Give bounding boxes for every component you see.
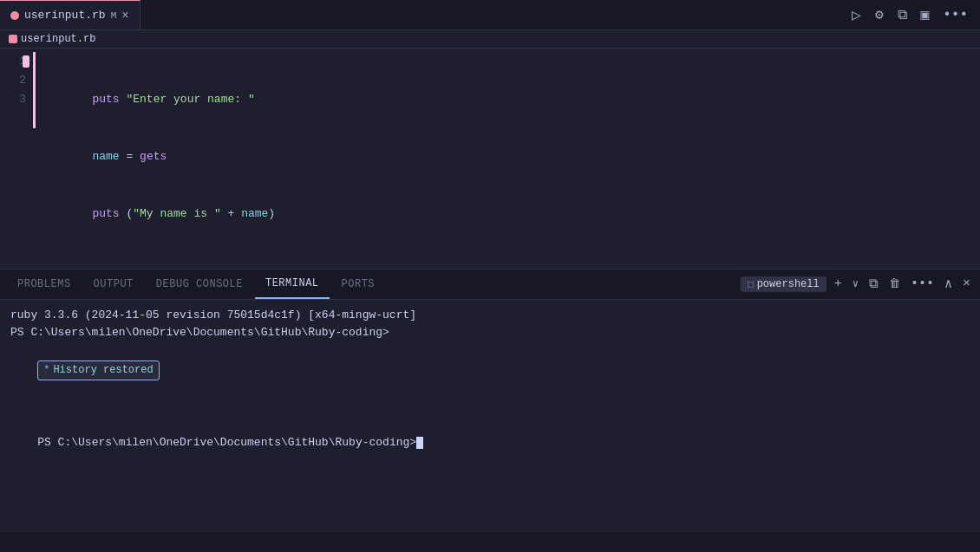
tab-userinput[interactable]: userinput.rb M × — [0, 0, 140, 29]
tab-label: userinput.rb — [24, 9, 106, 22]
tab-problems[interactable]: PROBLEMS — [7, 270, 82, 299]
code-line-1: puts "Enter your name: " — [38, 52, 980, 128]
editor-toolbar: ▷ ⚙ ⧉ ▣ ••• — [848, 3, 980, 26]
powershell-square-icon: ⬚ — [748, 278, 754, 289]
powershell-label: powershell — [757, 278, 820, 290]
editor-content[interactable]: 1 2 3 puts "Enter your name: " name = ge… — [0, 49, 980, 269]
history-text: History restored — [53, 362, 153, 379]
file-icon — [10, 11, 19, 20]
code-line-3: puts ("My name is " + name) — [38, 185, 980, 243]
panel-tab-list: PROBLEMS OUTPUT DEBUG CONSOLE TERMINAL P… — [0, 270, 385, 299]
tab-bar: userinput.rb M × ▷ ⚙ ⧉ ▣ ••• — [0, 0, 980, 30]
powershell-badge: ⬚ powershell — [741, 276, 826, 292]
tab-close-button[interactable]: × — [121, 10, 128, 22]
panel-tabs: PROBLEMS OUTPUT DEBUG CONSOLE TERMINAL P… — [0, 270, 980, 300]
terminal-chevron-icon[interactable]: ∨ — [850, 276, 861, 292]
split-editor-icon[interactable]: ⧉ — [894, 5, 911, 25]
panel-layout-icon[interactable]: ▣ — [918, 4, 933, 25]
history-restored-badge: * History restored — [37, 360, 159, 380]
tab-output[interactable]: OUTPUT — [83, 270, 144, 299]
tab-modified: M — [111, 10, 117, 21]
terminal-history-line: * History restored — [10, 342, 970, 399]
tab-terminal[interactable]: TERMINAL — [255, 270, 330, 299]
panel-tab-actions: ⬚ powershell + ∨ ⧉ 🗑 ••• ∧ × — [741, 274, 980, 294]
terminal-blank — [10, 399, 970, 417]
editor-area: 1 2 3 puts "Enter your name: " name = ge… — [0, 49, 980, 269]
code-lines[interactable]: puts "Enter your name: " name = gets put… — [35, 52, 980, 265]
terminal-ruby-version: ruby 3.3.6 (2024-11-05 revision 75015d4c… — [10, 307, 970, 325]
close-panel-icon[interactable]: × — [960, 275, 973, 293]
run-icon[interactable]: ▷ — [848, 3, 865, 26]
history-star: * — [43, 362, 49, 379]
terminal-prompt-2: PS C:\Users\milen\OneDrive\Documents\Git… — [10, 417, 970, 471]
status-bar — [0, 533, 980, 552]
breadcrumb-label: userinput.rb — [21, 33, 95, 45]
trash-terminal-icon[interactable]: 🗑 — [886, 276, 903, 292]
tab-debug-console[interactable]: DEBUG CONSOLE — [146, 270, 253, 299]
tabs-container: userinput.rb M × — [0, 0, 140, 29]
settings-icon[interactable]: ⚙ — [872, 4, 887, 25]
breadcrumb: userinput.rb — [0, 30, 980, 49]
split-terminal-icon[interactable]: ⧉ — [866, 275, 881, 294]
more-terminal-icon[interactable]: ••• — [908, 275, 937, 293]
breadcrumb-file-icon — [9, 35, 17, 43]
maximize-panel-icon[interactable]: ∧ — [942, 274, 955, 294]
code-line-2: name = gets — [38, 128, 980, 185]
more-actions-icon[interactable]: ••• — [939, 5, 971, 24]
terminal-cursor — [416, 437, 423, 449]
terminal-prompt-1: PS C:\Users\milen\OneDrive\Documents\Git… — [10, 324, 970, 342]
tab-ports[interactable]: PORTS — [331, 270, 386, 299]
add-terminal-icon[interactable]: + — [832, 275, 845, 293]
terminal-panel[interactable]: ruby 3.3.6 (2024-11-05 revision 75015d4c… — [0, 300, 980, 534]
line-numbers: 1 2 3 — [0, 52, 35, 265]
